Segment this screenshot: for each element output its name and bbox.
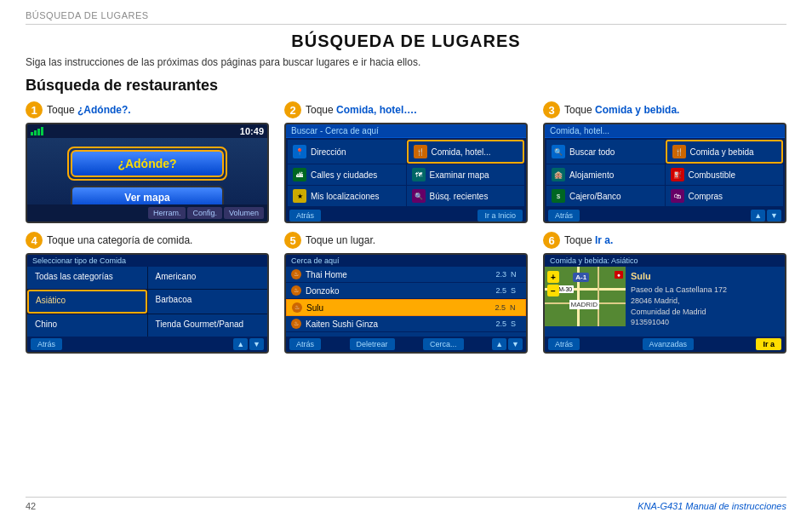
page-footer: 42 KNA-G431 Manual de instrucciones	[26, 497, 786, 511]
screen2-item-direccion[interactable]: 📍 Dirección	[288, 140, 406, 164]
step-5-instruction: 5 Toque un lugar.	[284, 232, 528, 249]
place-region: Comunidad de Madrid	[631, 307, 780, 318]
adonde-button[interactable]: ¿Adónde?	[71, 150, 224, 177]
cat-gourmet[interactable]: Tienda Gourmet/Panad	[148, 314, 268, 337]
screen2-inicio[interactable]: Ir a Inicio	[477, 210, 523, 222]
screen6-header: Comida y bebida: Asiático	[545, 255, 785, 267]
screen6-back[interactable]: Atrás	[548, 338, 580, 350]
screen2-item-mis[interactable]: ★ Mis localizaciones	[288, 186, 406, 206]
map-marker: ●	[615, 271, 623, 279]
screen1-top-bar: 10:49	[27, 124, 267, 138]
cat-asiatico[interactable]: Asiático	[27, 290, 147, 314]
screen5-deletrear[interactable]: Deletrear	[350, 338, 395, 350]
step-2: 2 Toque Comida, hotel…. Buscar - Cerca d…	[284, 101, 528, 223]
screen4-down[interactable]: ▼	[249, 338, 264, 350]
step-1-instruction: 1 Toque ¿Adónde?.	[26, 101, 269, 118]
compras-icon: 🛍	[671, 189, 684, 203]
screen2-back[interactable]: Atrás	[289, 210, 321, 222]
step-3: 3 Toque Comida y bebida. Comida, hotel..…	[543, 101, 786, 223]
sulu-icon: ♨	[292, 302, 302, 313]
screen3-down[interactable]: ▼	[767, 210, 781, 222]
step-1-highlight: ¿Adónde?.	[77, 104, 131, 116]
volumen-btn[interactable]: Volumen	[224, 207, 264, 219]
zoom-out[interactable]: −	[547, 285, 559, 296]
place-sulu[interactable]: ♨ Sulu 2.5 N	[286, 299, 526, 316]
section-title: Búsqueda de restaurantes	[26, 77, 786, 95]
screen3-header: Comida, hotel...	[545, 124, 785, 138]
step-6-instruction: 6 Toque Ir a.	[543, 232, 786, 249]
step-5-num: 5	[284, 232, 301, 249]
cat-barbacoa[interactable]: Barbacoa	[148, 290, 268, 314]
place-kaiten[interactable]: ♨ Kaiten Sushi Ginza 2.5 S	[286, 316, 526, 332]
screen4-up[interactable]: ▲	[233, 338, 248, 350]
screen3-item-comidabebida[interactable]: 🍴 Comida y bebida	[666, 140, 784, 164]
step-4-num: 4	[26, 232, 43, 249]
screen3-item-cajero[interactable]: $ Cajero/Banco	[546, 186, 665, 206]
map-label-madrid: MADRID	[569, 300, 600, 309]
bar4	[41, 127, 43, 135]
screen5-header: Cerca de aquí	[286, 255, 526, 267]
screen3-item-compras[interactable]: 🛍 Compras	[666, 186, 784, 206]
screen-map: Comida y bebida: Asiático M-30 A-1 MADRI…	[543, 253, 786, 354]
screen5-up[interactable]: ▲	[492, 338, 506, 350]
subtitle-text: Siga las instrucciones de las próximas d…	[26, 56, 786, 68]
step-2-highlight: Comida, hotel….	[336, 104, 417, 116]
screen5-back[interactable]: Atrás	[289, 338, 321, 350]
cat-todas[interactable]: Todas las categorías	[27, 267, 147, 289]
screen6-info: Sulu Paseo de La Castellana 172 28046 Ma…	[626, 267, 785, 337]
herram-btn[interactable]: Herram.	[148, 207, 186, 219]
direccion-icon: 📍	[293, 145, 306, 158]
signal-bars	[31, 127, 43, 135]
cat-chino[interactable]: Chino	[27, 314, 147, 337]
screen-adonde: 10:49 ¿Adónde? Ver mapa Herram. Config. …	[26, 123, 269, 223]
screen5-list: ♨ Thai Home 2.3 N ♨ Donzoko 2.5 S ♨	[286, 267, 526, 337]
screen2-item-comida[interactable]: 🍴 Comida, hotel...	[407, 140, 525, 164]
place-thai[interactable]: ♨ Thai Home 2.3 N	[286, 267, 526, 283]
map-label-a1: A-1	[573, 273, 589, 282]
screen3-up[interactable]: ▲	[751, 210, 765, 222]
alojamiento-icon: 🏨	[552, 168, 565, 181]
screen3-item-buscar[interactable]: 🔍 Buscar todo	[546, 140, 665, 164]
screen6-goto[interactable]: Ir a	[756, 338, 781, 350]
screen5-footer: Atrás Deletrear Cerca... ▲ ▼	[286, 337, 526, 352]
time-display: 10:49	[240, 126, 264, 136]
step-3-num: 3	[543, 101, 560, 118]
adonde-highlight: ¿Adónde?	[67, 147, 227, 181]
place-phone: 913591040	[631, 317, 780, 328]
bar2	[34, 130, 37, 135]
step-6: 6 Toque Ir a. Comida y bebida: Asiático …	[543, 232, 786, 354]
cat-americano[interactable]: Americano	[148, 267, 268, 289]
map-road-v2	[598, 267, 599, 326]
manual-name: KNA-G431 Manual de instrucciones	[638, 501, 786, 511]
zoom-in[interactable]: +	[547, 271, 559, 283]
thai-icon: ♨	[291, 269, 301, 279]
mis-icon: ★	[293, 189, 306, 203]
screen2-footer: Atrás Ir a Inicio	[286, 208, 526, 223]
screen5-down[interactable]: ▼	[508, 338, 523, 350]
screen3-footer: Atrás ▲ ▼	[545, 208, 785, 223]
page-number: 42	[26, 501, 36, 511]
place-donzoko[interactable]: ♨ Donzoko 2.5 S	[286, 283, 526, 299]
screen2-item-busq[interactable]: 🔍 Búsq. recientes	[407, 186, 525, 206]
screen5-cerca[interactable]: Cerca...	[423, 338, 464, 350]
screen4-back[interactable]: Atrás	[31, 338, 62, 350]
screen3-item-combustible[interactable]: ⛽ Combustible	[666, 164, 784, 185]
screen3-grid: 🔍 Buscar todo 🍴 Comida y bebida 🏨 Alojam…	[545, 138, 785, 208]
bar1	[31, 132, 33, 135]
config-btn[interactable]: Config.	[187, 207, 222, 219]
screen1-bottom-bar: Herram. Config. Volumen	[27, 204, 267, 222]
screen6-advanced[interactable]: Avanzadas	[643, 338, 694, 350]
step-4-instruction: 4 Toque una categoría de comida.	[26, 232, 269, 249]
screen6-footer: Atrás Avanzadas Ir a	[545, 337, 785, 352]
screen3-back[interactable]: Atrás	[548, 210, 580, 222]
screen2-item-calles[interactable]: 🏙 Calles y ciudades	[288, 164, 406, 185]
step-1: 1 Toque ¿Adónde?. 10:49 ¿Adónde?	[26, 101, 269, 223]
page-title: Búsqueda de lugares	[26, 32, 786, 51]
screen2-item-mapa[interactable]: 🗺 Examinar mapa	[407, 164, 525, 185]
kaiten-icon: ♨	[291, 319, 301, 329]
screen3-item-alojamiento[interactable]: 🏨 Alojamiento	[546, 164, 665, 185]
map-visual: M-30 A-1 MADRID + − ●	[545, 267, 626, 326]
cajero-icon: $	[552, 189, 565, 203]
bar3	[37, 129, 40, 135]
screen-category: Seleccionar tipo de Comida Todas las cat…	[26, 253, 269, 354]
